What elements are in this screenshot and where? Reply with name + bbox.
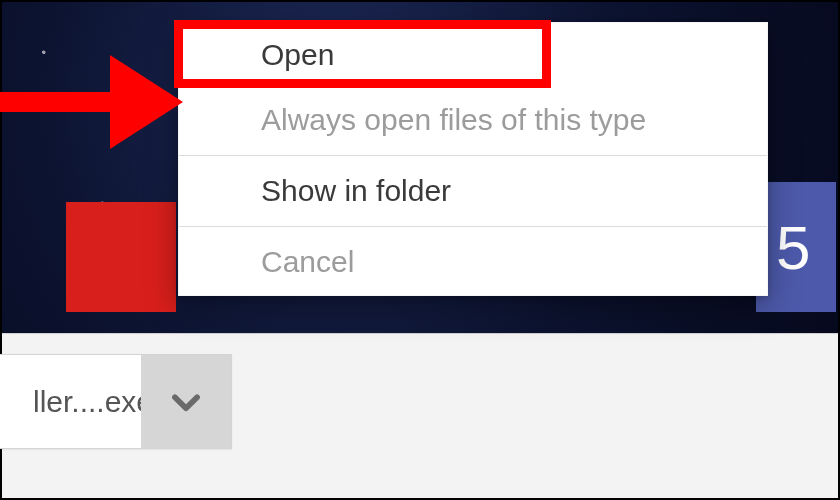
banner-number: 5 [776, 212, 810, 283]
menu-item-label: Open [261, 38, 334, 72]
download-context-menu: Open Always open files of this type Show… [178, 22, 768, 296]
download-item[interactable]: ller....exe [0, 354, 232, 449]
chevron-down-icon [167, 383, 205, 421]
menu-item-show-in-folder[interactable]: Show in folder [179, 158, 767, 224]
menu-item-always-open[interactable]: Always open files of this type [179, 87, 767, 153]
menu-separator [179, 155, 767, 156]
banner-red-block [66, 202, 176, 312]
download-options-button[interactable] [141, 355, 231, 448]
menu-item-open[interactable]: Open [179, 23, 767, 87]
menu-item-label: Always open files of this type [261, 103, 646, 137]
banner-number-block: 5 [756, 182, 836, 312]
menu-item-label: Show in folder [261, 174, 451, 208]
menu-item-label: Cancel [261, 245, 354, 279]
download-shelf: ller....exe [2, 333, 838, 498]
menu-item-cancel[interactable]: Cancel [179, 229, 767, 295]
download-filename: ller....exe [0, 385, 141, 419]
screenshot-frame: 5 ller....exe Open Always open files of … [0, 0, 840, 500]
menu-separator [179, 226, 767, 227]
